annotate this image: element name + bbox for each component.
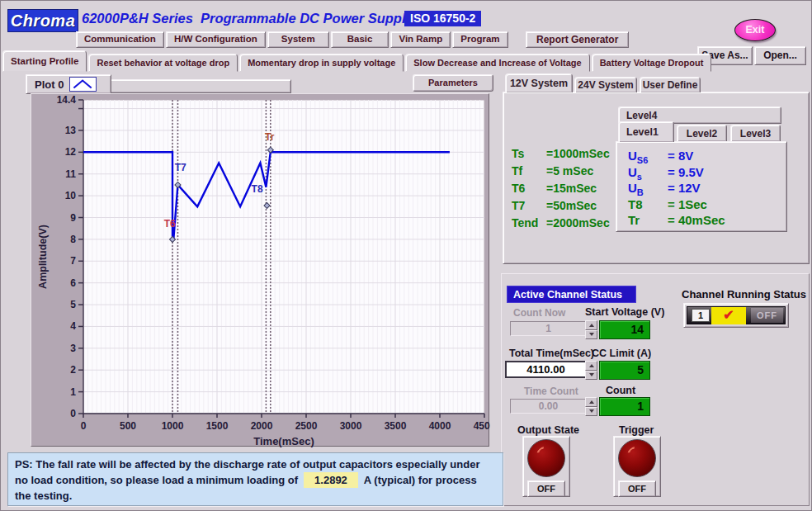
ps-note-line2: no load condition, so please load a mini… bbox=[15, 472, 496, 488]
level-value-tr: Tr= 40mSec bbox=[628, 213, 725, 229]
svg-text:4: 4 bbox=[70, 320, 76, 332]
app-window: Chroma 62000P&H Series Programmable DC P… bbox=[0, 0, 812, 511]
tab-battery-voltage-dropout[interactable]: Battery Voltage Dropout bbox=[592, 54, 712, 72]
total-time-label: Total Time(mSec) bbox=[509, 348, 594, 359]
svg-text:12: 12 bbox=[65, 146, 77, 158]
svg-text:Amplitude(V): Amplitude(V) bbox=[37, 225, 49, 289]
tab-momentary-drop[interactable]: Momentary drop in supply voltage bbox=[239, 54, 404, 72]
plot-name: Plot 0 bbox=[35, 78, 64, 91]
timing-row-ts: Ts=1000mSec bbox=[512, 147, 610, 164]
svg-text:Tr: Tr bbox=[265, 131, 275, 143]
trigger-value: OFF bbox=[618, 480, 656, 497]
trigger-knob[interactable] bbox=[618, 439, 656, 477]
tab-level3[interactable]: Level3 bbox=[730, 125, 781, 142]
channel-running-status-label: Channel Running Status bbox=[682, 288, 806, 300]
svg-text:2: 2 bbox=[70, 364, 76, 376]
count-now-display: 1 bbox=[510, 321, 587, 336]
ps-note-line3: the testing. bbox=[15, 488, 496, 504]
svg-text:10: 10 bbox=[65, 190, 77, 201]
plot-legend-button[interactable]: Plot 0 bbox=[26, 74, 111, 94]
menu-hw-configuration[interactable]: H/W Configuration bbox=[166, 31, 266, 48]
svg-text:0: 0 bbox=[81, 420, 87, 432]
svg-text:T6: T6 bbox=[164, 218, 176, 229]
level-values-box: US6= 8V Us= 9.5V UB= 12V T8= 1Sec Tr= 40… bbox=[616, 141, 787, 232]
level-value-us: Us= 9.5V bbox=[628, 165, 725, 182]
timing-row-tend: Tend=2000mSec bbox=[512, 216, 610, 234]
svg-text:2000: 2000 bbox=[251, 420, 273, 432]
total-time-input[interactable]: 4110.00 bbox=[505, 361, 587, 378]
svg-text:500: 500 bbox=[120, 420, 136, 432]
time-count-label: Time Count bbox=[524, 386, 578, 397]
menu-basic[interactable]: Basic bbox=[331, 31, 389, 48]
app-title: 62000P&H Series Programmable DC Power Su… bbox=[82, 11, 413, 26]
active-channel-status-header: Active Channel Status bbox=[507, 286, 636, 303]
start-voltage-spinner[interactable] bbox=[585, 320, 597, 339]
tab-level2[interactable]: Level2 bbox=[677, 125, 727, 142]
open-button[interactable]: Open... bbox=[754, 46, 806, 65]
timing-parameters: Ts=1000mSec Tf=5 mSec T6=15mSec T7=50mSe… bbox=[512, 147, 610, 234]
svg-text:6: 6 bbox=[70, 277, 76, 289]
tab-reset-behavior[interactable]: Reset behavior at voltage drop bbox=[88, 54, 238, 72]
level-value-us6: US6= 8V bbox=[628, 149, 725, 165]
output-state-knob[interactable] bbox=[527, 439, 565, 477]
standard-badge: ISO 16750-2 bbox=[404, 11, 481, 26]
plot-area: T6T7T8Tr01234567891011121314.40500100015… bbox=[31, 93, 489, 447]
svg-text:3500: 3500 bbox=[385, 420, 407, 432]
svg-text:5: 5 bbox=[70, 299, 76, 310]
waveform-chart: T6T7T8Tr01234567891011121314.40500100015… bbox=[31, 94, 490, 447]
trigger-label: Trigger bbox=[619, 424, 654, 436]
output-state-control: OFF bbox=[522, 436, 570, 497]
tab-12v-system[interactable]: 12V System bbox=[505, 73, 573, 92]
svg-text:T8: T8 bbox=[252, 183, 263, 195]
cc-limit-label: CC Limit (A) bbox=[592, 348, 651, 359]
cc-limit-spinner[interactable] bbox=[585, 361, 597, 380]
timing-row-t7: T7=50mSec bbox=[512, 199, 610, 216]
channel-running-status-widget[interactable]: 1 ✔ OFF bbox=[683, 303, 789, 328]
main-tabbar: Starting Profile Reset behavior at volta… bbox=[2, 50, 711, 72]
svg-text:9: 9 bbox=[70, 212, 76, 224]
svg-text:11: 11 bbox=[65, 168, 76, 180]
tab-starting-profile[interactable]: Starting Profile bbox=[2, 50, 87, 72]
output-state-value: OFF bbox=[527, 480, 565, 497]
menu-program[interactable]: Program bbox=[452, 31, 508, 48]
cc-limit-display[interactable]: 5 bbox=[599, 361, 650, 380]
trigger-control: OFF bbox=[613, 436, 661, 497]
output-state-label: Output State bbox=[517, 424, 579, 436]
svg-text:7: 7 bbox=[70, 255, 76, 267]
ps-note: PS: The fall rate will be affected by th… bbox=[7, 452, 503, 506]
svg-text:Time(mSec): Time(mSec) bbox=[253, 435, 314, 447]
chroma-logo: Chroma bbox=[7, 9, 78, 32]
channel-number[interactable]: 1 bbox=[692, 309, 710, 322]
tab-user-define[interactable]: User Define bbox=[640, 77, 701, 92]
timing-row-tf: Tf=5 mSec bbox=[512, 164, 610, 182]
count-spinner[interactable] bbox=[585, 397, 597, 416]
parameters-explain-button[interactable]: Parameters Explain bbox=[413, 74, 493, 92]
spinner-down-icon bbox=[585, 330, 597, 340]
menu-system[interactable]: System bbox=[267, 31, 329, 48]
exit-button[interactable]: Exit bbox=[734, 19, 776, 41]
svg-text:3: 3 bbox=[70, 343, 76, 354]
channel-state: OFF bbox=[751, 308, 783, 323]
timing-row-t6: T6=15mSec bbox=[512, 182, 610, 199]
spinner-up-icon bbox=[585, 361, 597, 371]
time-count-display: 0.00 bbox=[510, 399, 587, 414]
spinner-down-icon bbox=[585, 407, 597, 417]
menu-row: Communication H/W Configuration System B… bbox=[76, 31, 508, 48]
count-display[interactable]: 1 bbox=[599, 397, 650, 416]
level-value-t8: T8= 1Sec bbox=[628, 197, 725, 214]
svg-text:13: 13 bbox=[65, 125, 77, 136]
tab-level1[interactable]: Level1 bbox=[618, 121, 674, 142]
svg-text:1500: 1500 bbox=[206, 420, 229, 432]
start-voltage-display[interactable]: 14 bbox=[599, 320, 650, 339]
count-now-label: Count Now bbox=[513, 307, 565, 319]
svg-text:8: 8 bbox=[70, 234, 76, 245]
tab-slow-decrease-increase[interactable]: Slow Decrease and Increase of Voltage bbox=[405, 54, 589, 72]
report-generator-button[interactable]: Report Generator bbox=[526, 31, 629, 48]
menu-communication[interactable]: Communication bbox=[76, 31, 164, 48]
svg-text:4000: 4000 bbox=[429, 420, 451, 432]
tab-24v-system[interactable]: 24V System bbox=[574, 77, 637, 92]
spinner-down-icon bbox=[585, 371, 597, 381]
min-loading-value: 1.2892 bbox=[304, 472, 358, 488]
channel-check-icon[interactable]: ✔ bbox=[711, 307, 746, 324]
menu-vin-ramp[interactable]: Vin Ramp bbox=[390, 31, 451, 48]
